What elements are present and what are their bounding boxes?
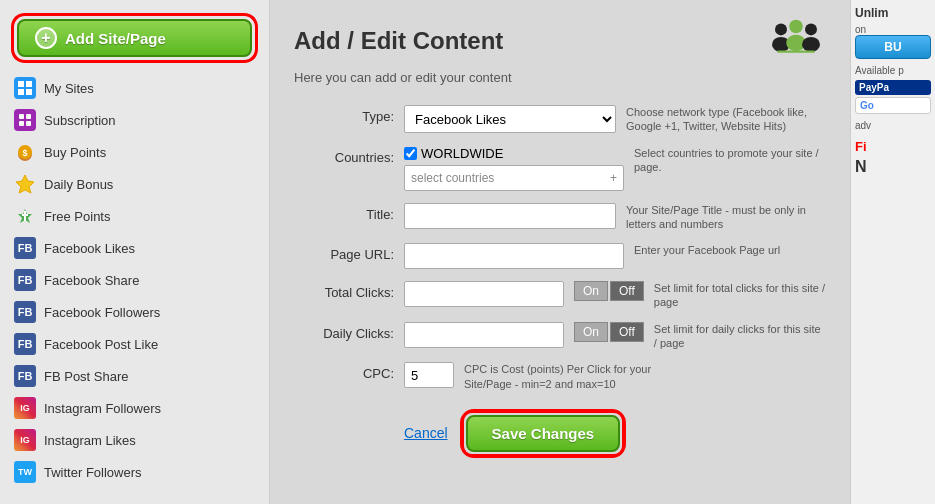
- total-clicks-off-btn[interactable]: Off: [610, 281, 644, 301]
- worldwide-check: WORLDWIDE: [404, 146, 624, 161]
- sidebar-item-label: Free Points: [44, 209, 110, 224]
- sidebar-item-subscription[interactable]: Subscription: [0, 104, 269, 136]
- add-site-label: Add Site/Page: [65, 30, 166, 47]
- svg-rect-21: [777, 50, 815, 52]
- sidebar-item-my-sites[interactable]: My Sites: [0, 72, 269, 104]
- title-row: Title: Your Site/Page Title - must be on…: [294, 203, 826, 232]
- total-clicks-row: Total Clicks: On Off Set limit for total…: [294, 281, 826, 310]
- total-clicks-input[interactable]: [404, 281, 564, 307]
- daily-clicks-on-btn[interactable]: On: [574, 322, 608, 342]
- sidebar: + Add Site/Page My Sites Subscription $ …: [0, 0, 270, 504]
- save-changes-button[interactable]: Save Changes: [466, 415, 621, 452]
- nav-letter: N: [855, 158, 931, 176]
- right-panel-title: Unlim: [855, 6, 931, 20]
- tw-icon: TW: [14, 461, 36, 483]
- title-input[interactable]: [404, 203, 616, 229]
- sidebar-item-label: Twitter Followers: [44, 465, 142, 480]
- page-url-input[interactable]: [404, 243, 624, 269]
- page-title: Add / Edit Content: [294, 27, 503, 55]
- total-clicks-control-area: On Off Set limit for total clicks for th…: [404, 281, 826, 310]
- total-clicks-on-btn[interactable]: On: [574, 281, 608, 301]
- sidebar-item-facebook-followers[interactable]: FB Facebook Followers: [0, 296, 269, 328]
- sidebar-item-daily-bonus[interactable]: Daily Bonus: [0, 168, 269, 200]
- subtitle-text: on: [855, 24, 866, 35]
- cpc-hint: CPC is Cost (points) Per Click for your …: [464, 362, 664, 391]
- fb-icon: FB: [14, 301, 36, 323]
- svg-point-19: [805, 23, 817, 35]
- title-hint: Your Site/Page Title - must be only in l…: [626, 203, 826, 232]
- worldwide-checkbox[interactable]: [404, 147, 417, 160]
- total-clicks-toggle: On Off: [574, 281, 644, 301]
- paypal-badge: PayPa: [855, 80, 931, 95]
- sidebar-item-instagram-likes[interactable]: IG Instagram Likes: [0, 424, 269, 456]
- svg-point-17: [789, 20, 803, 34]
- fb-icon: FB: [14, 237, 36, 259]
- sidebar-item-instagram-followers[interactable]: IG Instagram Followers: [0, 392, 269, 424]
- daily-clicks-input[interactable]: [404, 322, 564, 348]
- add-site-btn-wrap: + Add Site/Page: [0, 8, 269, 72]
- sidebar-item-label: Daily Bonus: [44, 177, 113, 192]
- sidebar-item-facebook-likes[interactable]: FB Facebook Likes: [0, 232, 269, 264]
- svg-rect-0: [18, 81, 24, 87]
- payment-icons: PayPa Go: [855, 80, 931, 114]
- sites-icon: [14, 77, 36, 99]
- sidebar-item-label: FB Post Share: [44, 369, 129, 384]
- plus-circle-icon: +: [35, 27, 57, 49]
- title-control-area: Your Site/Page Title - must be only in l…: [404, 203, 826, 232]
- cpc-control-area: CPC is Cost (points) Per Click for your …: [404, 362, 826, 391]
- daily-clicks-off-btn[interactable]: Off: [610, 322, 644, 342]
- sidebar-item-buy-points[interactable]: $ Buy Points: [0, 136, 269, 168]
- page-subtitle: Here you can add or edit your content: [294, 70, 826, 85]
- cancel-button[interactable]: Cancel: [404, 425, 448, 441]
- daily-bonus-icon: [14, 173, 36, 195]
- page-url-row: Page URL: Enter your Facebook Page url: [294, 243, 826, 269]
- svg-point-15: [775, 23, 787, 35]
- svg-text:$: $: [22, 148, 27, 158]
- page-url-hint: Enter your Facebook Page url: [634, 243, 780, 257]
- countries-hint: Select countries to promote your site / …: [634, 146, 826, 175]
- sidebar-item-facebook-share[interactable]: FB Facebook Share: [0, 264, 269, 296]
- page-url-label: Page URL:: [294, 243, 394, 262]
- add-site-button[interactable]: + Add Site/Page: [17, 19, 252, 57]
- sidebar-item-twitter-followers[interactable]: TW Twitter Followers: [0, 456, 269, 488]
- sidebar-item-label: Facebook Likes: [44, 241, 135, 256]
- ig-icon: IG: [14, 397, 36, 419]
- svg-rect-2: [18, 89, 24, 95]
- country-select-box[interactable]: select countries +: [404, 165, 624, 191]
- title-label: Title:: [294, 203, 394, 222]
- page-title-row: Add / Edit Content: [294, 16, 826, 66]
- ad-text: adv: [855, 120, 931, 131]
- google-badge: Go: [855, 97, 931, 114]
- sidebar-item-fb-post-share[interactable]: FB FB Post Share: [0, 360, 269, 392]
- sub-icon: [14, 109, 36, 131]
- svg-rect-3: [26, 89, 32, 95]
- svg-point-20: [802, 37, 820, 52]
- type-select[interactable]: Facebook Likes: [404, 105, 616, 133]
- countries-row: Countries: WORLDWIDE select countries + …: [294, 146, 826, 191]
- sidebar-item-free-points[interactable]: Free Points: [0, 200, 269, 232]
- type-control-area: Facebook Likes Choose network type (Face…: [404, 105, 826, 134]
- fb-icon: FB: [14, 365, 36, 387]
- ig-icon: IG: [14, 429, 36, 451]
- fb-icon: FB: [14, 333, 36, 355]
- countries-control-area: WORLDWIDE select countries + Select coun…: [404, 146, 826, 191]
- total-clicks-label: Total Clicks:: [294, 281, 394, 300]
- total-clicks-hint: Set limit for total clicks for this site…: [654, 281, 826, 310]
- page-url-control-area: Enter your Facebook Page url: [404, 243, 826, 269]
- right-panel-title-text: Unlim: [855, 6, 888, 20]
- type-label: Type:: [294, 105, 394, 124]
- cpc-label: CPC:: [294, 362, 394, 381]
- red-text1: Fi: [855, 139, 931, 154]
- buy-btn-label: BU: [884, 40, 901, 54]
- countries-label: Countries:: [294, 146, 394, 165]
- daily-clicks-control-area: On Off Set limit for daily clicks for th…: [404, 322, 826, 351]
- cpc-input[interactable]: [404, 362, 454, 388]
- sidebar-item-facebook-post-like[interactable]: FB Facebook Post Like: [0, 328, 269, 360]
- svg-rect-7: [26, 121, 31, 126]
- action-row: Cancel Save Changes: [294, 411, 826, 456]
- sidebar-item-label: Facebook Share: [44, 273, 139, 288]
- people-logo-icon: [766, 16, 826, 66]
- countries-area: WORLDWIDE select countries +: [404, 146, 624, 191]
- daily-clicks-row: Daily Clicks: On Off Set limit for daily…: [294, 322, 826, 351]
- buy-button[interactable]: BU: [855, 35, 931, 59]
